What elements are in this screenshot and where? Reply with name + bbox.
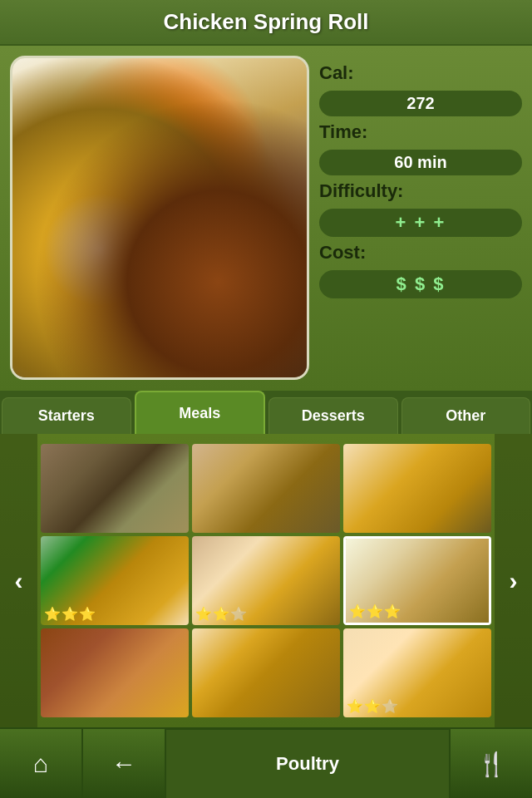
tab-desserts[interactable]: Desserts: [268, 397, 398, 434]
tab-other[interactable]: Other: [401, 397, 531, 434]
time-value: 60 min: [319, 150, 522, 175]
food-item-6[interactable]: ⭐ ⭐ ⭐: [343, 536, 491, 625]
star-icon: ⭐: [79, 606, 96, 622]
food-image-3: [343, 444, 491, 533]
bottom-bar: ⌂ ← Poultry 🍴: [0, 727, 532, 798]
food-item-7[interactable]: [41, 628, 189, 717]
food-item-2[interactable]: [192, 444, 340, 533]
food-image-bg: [12, 58, 307, 377]
star-icon: ⭐: [349, 603, 366, 619]
cost-value: $ $ $: [319, 270, 522, 298]
food-item-4[interactable]: ⭐ ⭐ ⭐: [41, 536, 189, 625]
home-button[interactable]: ⌂: [0, 729, 83, 799]
star-icon: ⭐: [367, 603, 383, 619]
star-icon: ⭐: [364, 698, 381, 714]
category-text: Poultry: [276, 753, 339, 775]
back-button[interactable]: ←: [83, 729, 166, 799]
left-arrow-icon: ‹: [15, 567, 23, 595]
food-item-1[interactable]: [41, 444, 189, 533]
food-image-2: [192, 444, 340, 533]
stars-9: ⭐ ⭐ ⭐: [347, 698, 398, 714]
food-grid: ⭐ ⭐ ⭐ ⭐ ⭐ ⭐ ⭐ ⭐ ⭐: [37, 441, 495, 721]
star-icon: ⭐: [230, 606, 247, 622]
nav-left-button[interactable]: ‹: [0, 434, 37, 727]
tab-meals[interactable]: Meals: [135, 391, 266, 434]
food-section: ‹ ⭐ ⭐ ⭐ ⭐ ⭐ ⭐: [0, 434, 532, 727]
time-label: Time:: [319, 121, 522, 143]
food-image-8: [192, 628, 340, 717]
fork-button[interactable]: 🍴: [449, 729, 532, 799]
difficulty-label: Difficulty:: [319, 180, 522, 202]
star-icon: ⭐: [384, 603, 401, 619]
home-icon: ⌂: [33, 750, 48, 778]
nav-right-button[interactable]: ›: [495, 434, 532, 727]
tab-bar: Starters Meals Desserts Other: [0, 391, 532, 434]
info-panel: Cal: 272 Time: 60 min Difficulty: + + + …: [0, 46, 532, 391]
stars-6: ⭐ ⭐ ⭐: [349, 603, 401, 619]
food-item-9[interactable]: ⭐ ⭐ ⭐: [343, 628, 491, 717]
food-image-7: [41, 628, 189, 717]
tab-starters[interactable]: Starters: [2, 397, 131, 434]
food-item-3[interactable]: [343, 444, 491, 533]
star-icon: ⭐: [195, 606, 212, 622]
fork-knife-icon: 🍴: [477, 751, 506, 778]
star-icon: ⭐: [382, 698, 398, 714]
cal-value: 272: [319, 91, 522, 116]
stars-4: ⭐ ⭐ ⭐: [44, 606, 96, 622]
page-title: Chicken Spring Roll: [163, 9, 368, 35]
star-icon: ⭐: [44, 606, 61, 622]
difficulty-value: + + +: [319, 209, 522, 237]
food-item-5[interactable]: ⭐ ⭐ ⭐: [192, 536, 340, 625]
back-icon: ←: [111, 750, 136, 778]
cal-label: Cal:: [319, 62, 522, 84]
stars-5: ⭐ ⭐ ⭐: [195, 606, 247, 622]
food-image-1: [41, 444, 189, 533]
star-icon: ⭐: [213, 606, 229, 622]
category-label: Poultry: [166, 753, 449, 775]
star-icon: ⭐: [62, 606, 78, 622]
right-arrow-icon: ›: [510, 567, 518, 595]
header: Chicken Spring Roll: [0, 0, 532, 46]
food-image: [10, 56, 309, 380]
food-item-8[interactable]: [192, 628, 340, 717]
cost-label: Cost:: [319, 242, 522, 264]
star-icon: ⭐: [347, 698, 363, 714]
stats-panel: Cal: 272 Time: 60 min Difficulty: + + + …: [319, 56, 522, 381]
